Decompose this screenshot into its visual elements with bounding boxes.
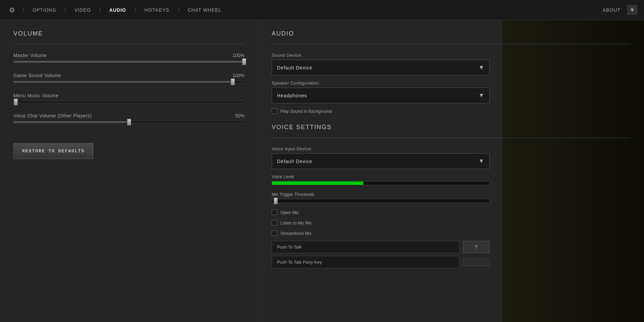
voice-chat-thumb[interactable]: [127, 119, 131, 125]
master-volume-label: Master Volume: [13, 53, 47, 58]
nav-expand-button[interactable]: ▼: [627, 5, 637, 15]
speaker-config-label: Speaker Configuration:: [272, 80, 631, 86]
game-sound-value: 100%: [232, 73, 245, 78]
game-sound-label: Game Sound Volume: [13, 73, 61, 78]
voice-chat-fill: [14, 121, 129, 123]
mic-threshold-label: Mic Trigger Threshold: [272, 192, 631, 197]
streamlined-mic-row: Streamlined Mic: [272, 230, 631, 236]
sound-device-value: Default Device: [277, 65, 312, 70]
voice-chat-value: 50%: [235, 113, 245, 118]
voice-input-dropdown[interactable]: Default Device ▼: [272, 153, 490, 169]
content-area: VOLUME Master Volume 100% Game Sound Vol…: [0, 20, 644, 322]
game-sound-fill: [14, 81, 233, 83]
menu-music-label: Menu Music Volume: [13, 93, 59, 98]
master-volume-label-row: Master Volume 100%: [13, 53, 245, 58]
nav-bar: ⚙ / OPTIONS / VIDEO / AUDIO / HOTKEYS / …: [0, 0, 644, 20]
gear-icon[interactable]: ⚙: [7, 5, 17, 15]
mic-threshold-thumb[interactable]: [274, 198, 278, 204]
restore-defaults-button[interactable]: RESTORE TO DEFAULTS: [13, 143, 93, 159]
game-sound-slider[interactable]: [13, 81, 245, 83]
game-sound-label-row: Game Sound Volume 100%: [13, 73, 245, 78]
volume-section-title: VOLUME: [13, 30, 245, 37]
chevron-down-icon: ▼: [630, 7, 635, 13]
listen-mic-row: Listen to My Mic: [272, 220, 631, 225]
audio-section-title: AUDIO: [272, 30, 631, 37]
voice-input-value: Default Device: [277, 159, 312, 164]
sound-device-arrow-icon: ▼: [478, 64, 484, 71]
voice-input-label: Voice Input Device:: [272, 146, 631, 151]
ptt-label: Push To Talk: [272, 241, 460, 253]
main-container: ⚙ / OPTIONS / VIDEO / AUDIO / HOTKEYS / …: [0, 0, 644, 322]
voice-divider: [272, 138, 631, 138]
streamlined-mic-label: Streamlined Mic: [280, 231, 312, 236]
ptt-row: Push To Talk T: [272, 241, 490, 253]
play-sound-bg-label: Play Sound in Background: [280, 109, 332, 114]
voice-chat-label: Voice Chat Volume (Other Players): [13, 113, 92, 118]
volume-divider: [13, 44, 245, 44]
nav-sep-4: /: [135, 6, 136, 13]
nav-about[interactable]: ABOUT: [603, 7, 621, 13]
voice-input-arrow-icon: ▼: [478, 158, 484, 165]
sound-device-label: Sound Device:: [272, 53, 631, 58]
listen-mic-label: Listen to My Mic: [280, 220, 312, 225]
menu-music-volume-group: Menu Music Volume: [13, 93, 245, 103]
master-volume-value: 100%: [232, 53, 245, 58]
game-sound-volume-group: Game Sound Volume 100%: [13, 73, 245, 83]
menu-music-label-row: Menu Music Volume: [13, 93, 245, 98]
voice-settings-section: VOICE SETTINGS Voice Input Device: Defau…: [272, 124, 631, 268]
voice-section-title: VOICE SETTINGS: [272, 124, 631, 131]
nav-sep-3: /: [99, 6, 101, 13]
voice-chat-volume-group: Voice Chat Volume (Other Players) 50%: [13, 113, 245, 123]
play-sound-bg-checkbox[interactable]: [272, 108, 277, 114]
game-sound-thumb[interactable]: [231, 78, 235, 85]
sound-device-dropdown[interactable]: Default Device ▼: [272, 60, 490, 75]
voice-chat-slider[interactable]: [13, 121, 245, 123]
nav-sep-1: /: [22, 6, 24, 13]
master-volume-slider[interactable]: [13, 61, 245, 63]
master-volume-thumb[interactable]: [242, 58, 246, 65]
voice-level-bar: [272, 181, 490, 185]
open-mic-row: Open Mic: [272, 210, 631, 215]
master-volume-group: Master Volume 100%: [13, 53, 245, 63]
open-mic-checkbox[interactable]: [272, 210, 277, 215]
right-panel: AUDIO Sound Device: Default Device ▼ Spe…: [258, 20, 644, 322]
ptt-party-label: Push To Talk Party Key: [272, 256, 460, 268]
ptt-key-button[interactable]: T: [463, 241, 490, 253]
speaker-config-dropdown[interactable]: Headphones ▼: [272, 88, 490, 103]
ptt-party-key-button[interactable]: [463, 259, 490, 266]
open-mic-label: Open Mic: [280, 210, 299, 215]
voice-level-fill: [272, 181, 363, 185]
ptt-party-row: Push To Talk Party Key: [272, 256, 490, 268]
voice-chat-label-row: Voice Chat Volume (Other Players) 50%: [13, 113, 245, 118]
volume-panel: VOLUME Master Volume 100% Game Sound Vol…: [0, 20, 258, 322]
nav-sep-5: /: [178, 6, 179, 13]
listen-mic-checkbox[interactable]: [272, 220, 277, 225]
nav-sep-2: /: [64, 6, 66, 13]
mic-threshold-slider[interactable]: [272, 199, 490, 203]
speaker-config-value: Headphones: [277, 93, 307, 98]
menu-music-slider[interactable]: [13, 101, 245, 103]
audio-section: AUDIO Sound Device: Default Device ▼ Spe…: [272, 30, 631, 114]
master-volume-fill: [14, 61, 244, 62]
play-sound-bg-row: Play Sound in Background: [272, 108, 631, 114]
speaker-config-arrow-icon: ▼: [478, 92, 484, 99]
voice-level-label: Voice Level: [272, 174, 631, 179]
nav-options[interactable]: OPTIONS: [29, 6, 59, 14]
nav-video[interactable]: VIDEO: [71, 6, 94, 14]
streamlined-mic-checkbox[interactable]: [272, 230, 277, 236]
nav-audio[interactable]: AUDIO: [106, 6, 129, 14]
nav-hotkeys[interactable]: HOTKEYS: [141, 6, 173, 14]
audio-divider: [272, 44, 631, 44]
menu-music-thumb[interactable]: [14, 99, 18, 105]
nav-chat-wheel[interactable]: CHAT WHEEL: [184, 6, 225, 14]
